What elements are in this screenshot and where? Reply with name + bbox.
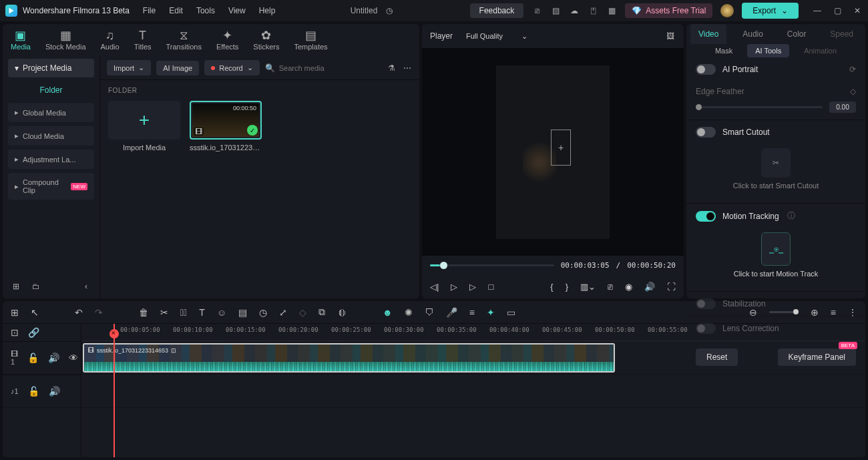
delete-icon[interactable]: 🗑	[139, 307, 148, 318]
shield-icon[interactable]: ⛉	[425, 307, 434, 318]
tab-audio[interactable]: ♫Audio	[101, 29, 120, 51]
add-element-button[interactable]: +	[551, 130, 571, 166]
tab-audio-props[interactable]: Audio	[734, 24, 771, 44]
motion-track-button[interactable]: ⎯◉⎯	[761, 232, 791, 266]
ai-portrait-toggle[interactable]	[696, 64, 716, 75]
list-icon[interactable]: ≡	[469, 307, 475, 318]
timeline-tracks[interactable]: 00:00:05:00 00:00:10:00 00:00:15:00 00:0…	[81, 324, 865, 457]
cloud-icon[interactable]: ☁	[569, 5, 580, 16]
eye-icon[interactable]: 👁	[69, 353, 78, 363]
search-input[interactable]	[279, 64, 381, 72]
tree-compound-clip[interactable]: ▸Compound ClipNEW	[8, 173, 94, 200]
ai-tool-icon[interactable]: ☻	[383, 307, 393, 318]
smart-cutout-toggle[interactable]	[696, 127, 716, 138]
cursor-icon[interactable]: ↖	[31, 307, 39, 318]
arrange-icon[interactable]: ⊞	[11, 307, 19, 318]
aspect-icon[interactable]: ▭	[507, 307, 515, 318]
ai-image-button[interactable]: AI Image	[156, 61, 199, 75]
display-mode-icon[interactable]: ⎚	[608, 282, 613, 292]
link-icon[interactable]: 🔗	[28, 327, 39, 338]
audio-track[interactable]	[81, 375, 865, 408]
magic-icon[interactable]: ✦	[487, 307, 495, 318]
media-clip-tile[interactable]: 00:00:50 🎞 ✓ ssstik.io_17031223314...	[190, 101, 262, 152]
fullscreen-icon[interactable]: ⛶	[667, 282, 676, 292]
text-icon[interactable]: T	[199, 307, 205, 318]
undo-icon[interactable]: ↶	[75, 307, 83, 318]
tab-templates[interactable]: ▤Templates	[294, 29, 327, 51]
record-button[interactable]: Record ⌄	[204, 60, 259, 75]
new-folder-icon[interactable]: ⊞	[11, 281, 21, 292]
refresh-icon[interactable]: ⟳	[849, 65, 856, 74]
tab-speed[interactable]: Speed	[822, 24, 861, 44]
filter-icon[interactable]: ⚗	[386, 63, 397, 73]
tree-adjustment-layer[interactable]: ▸Adjustment La...	[8, 150, 94, 169]
avatar-icon[interactable]	[720, 4, 734, 17]
export-button[interactable]: Export ⌄	[742, 3, 799, 19]
layer-icon[interactable]: ▤	[238, 307, 247, 318]
tab-stock-media[interactable]: ▦Stock Media	[45, 29, 86, 51]
timeline-ruler[interactable]: 00:00:05:00 00:00:10:00 00:00:15:00 00:0…	[81, 324, 865, 341]
playhead[interactable]	[114, 324, 115, 457]
smile-icon[interactable]: ☺	[217, 307, 226, 318]
mark-in-icon[interactable]: {	[550, 282, 553, 292]
tab-video[interactable]: Video	[690, 24, 726, 44]
group-icon[interactable]: ⧉	[318, 306, 325, 318]
lock2-icon[interactable]: 🔓	[28, 386, 39, 397]
subtab-animation[interactable]: Animation	[796, 44, 845, 57]
play-pause-icon[interactable]: ▷	[451, 282, 457, 292]
viewport[interactable]: +	[422, 48, 684, 256]
prev-frame-icon[interactable]: ◁|	[430, 282, 439, 292]
help-icon[interactable]: ⓘ	[787, 210, 795, 222]
mic-icon[interactable]: 🎤	[446, 307, 457, 318]
tab-transitions[interactable]: ⧖Transitions	[166, 29, 202, 51]
import-button[interactable]: Import ⌄	[107, 60, 151, 75]
crop-icon[interactable]: ✂⃞	[180, 307, 187, 318]
tab-color[interactable]: Color	[779, 24, 815, 44]
save-icon[interactable]: ▤	[550, 5, 561, 16]
minimize-icon[interactable]: —	[812, 5, 823, 16]
feedback-button[interactable]: Feedback	[470, 3, 524, 18]
mute-icon[interactable]: 🔊	[48, 353, 59, 363]
import-media-tile[interactable]: + Import Media	[108, 101, 180, 152]
zoom-slider[interactable]	[769, 311, 799, 313]
edge-feather-slider[interactable]	[696, 106, 823, 108]
cut-icon[interactable]: ✂	[160, 307, 168, 318]
compound-icon[interactable]: ⟬⟭	[337, 307, 347, 318]
menu-file[interactable]: File	[143, 6, 156, 15]
mute2-icon[interactable]: 🔊	[49, 386, 60, 397]
menu-help[interactable]: Help	[259, 6, 276, 15]
redo-icon[interactable]: ↷	[95, 307, 103, 318]
smart-cutout-button[interactable]: ✂	[761, 148, 791, 178]
magnet-icon[interactable]: ⊡	[11, 327, 19, 338]
keyframe-icon[interactable]: ◇	[850, 87, 856, 96]
menu-edit[interactable]: Edit	[169, 6, 183, 15]
grid-icon[interactable]: ▦	[606, 5, 617, 16]
project-media-button[interactable]: ▾Project Media	[8, 59, 94, 77]
ratio-icon[interactable]: ▥⌄	[580, 282, 596, 292]
close-icon[interactable]: ✕	[852, 5, 863, 16]
subtab-mask[interactable]: Mask	[707, 44, 740, 57]
snapshot2-icon[interactable]: ◉	[625, 282, 632, 292]
menu-tools[interactable]: Tools	[196, 6, 215, 15]
motion-tracking-toggle[interactable]	[696, 211, 716, 222]
more-icon[interactable]: ⋯	[402, 63, 413, 73]
display-icon[interactable]: ⎚	[531, 5, 542, 16]
tree-cloud-media[interactable]: ▸Cloud Media	[8, 126, 94, 146]
color-tag-icon[interactable]: ◇	[299, 307, 306, 318]
speed-icon[interactable]: ◷	[259, 307, 267, 318]
enhance-icon[interactable]: ✺	[405, 307, 413, 318]
lock-icon[interactable]: 🔓	[27, 353, 39, 363]
folder-label[interactable]: Folder	[8, 77, 94, 103]
menu-view[interactable]: View	[228, 6, 246, 15]
maximize-icon[interactable]: ▢	[832, 5, 843, 16]
fit-icon[interactable]: ⤢	[279, 307, 287, 318]
video-track[interactable]: 🎞ssstik.io_17031223314653 ⊡	[81, 341, 865, 375]
tab-effects[interactable]: ✦Effects	[216, 29, 238, 51]
snapshot-icon[interactable]: 🖼	[665, 31, 676, 41]
volume-icon[interactable]: 🔊	[644, 282, 655, 292]
folder-icon[interactable]: 🗀	[31, 281, 41, 292]
subtab-ai-tools[interactable]: AI Tools	[747, 44, 789, 57]
mark-out-icon[interactable]: }	[566, 282, 568, 292]
headset-icon[interactable]: ⍞	[588, 5, 598, 16]
history-icon[interactable]: ◷	[384, 5, 395, 16]
